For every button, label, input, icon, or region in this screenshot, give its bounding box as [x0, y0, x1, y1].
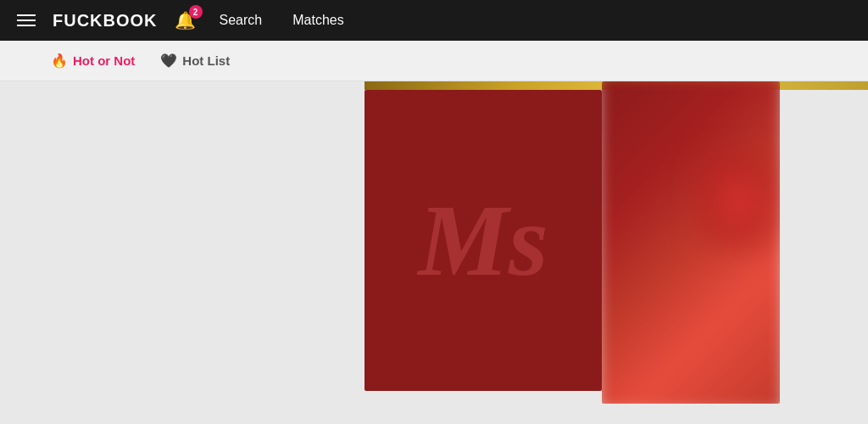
notification-badge: 2 — [189, 5, 203, 19]
hot-or-not-label: Hot or Not — [73, 53, 135, 68]
hot-list-tab[interactable]: 🖤 Hot List — [160, 53, 230, 69]
notifications-bell[interactable]: 🔔 2 — [175, 10, 196, 31]
nav-matches-link[interactable]: Matches — [286, 9, 350, 31]
profile-card-secondary — [602, 81, 780, 404]
hot-list-label: Hot List — [182, 53, 230, 68]
fire-icon: 🔥 — [51, 53, 68, 69]
heart-icon: 🖤 — [160, 53, 177, 69]
blur-accent — [695, 149, 780, 251]
card-overlay-text: Ms — [418, 190, 548, 292]
hot-or-not-tab[interactable]: 🔥 Hot or Not — [51, 53, 135, 69]
hamburger-menu[interactable] — [17, 14, 36, 26]
nav-search-link[interactable]: Search — [213, 9, 270, 31]
brand-logo[interactable]: FUCKBOOK — [53, 11, 158, 31]
sub-navigation: 🔥 Hot or Not 🖤 Hot List — [0, 41, 868, 81]
header: FUCKBOOK 🔔 2 Search Matches — [0, 0, 868, 41]
main-content: Ms — [0, 81, 868, 424]
profile-card-main[interactable]: Ms — [364, 90, 602, 391]
profile-card-area: Ms — [364, 81, 805, 424]
